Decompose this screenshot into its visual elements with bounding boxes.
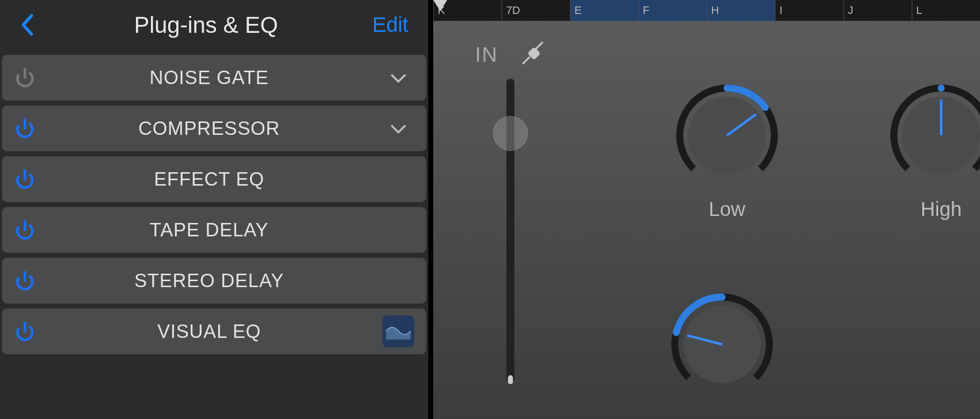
app-root: Plug-ins & EQ Edit NOISE GATE COMPRESSOR… [0, 0, 980, 419]
visual-eq-open-button[interactable] [382, 315, 414, 347]
power-button[interactable] [14, 219, 36, 241]
row-spacer [382, 163, 414, 195]
power-icon [14, 168, 36, 190]
power-button[interactable] [14, 117, 36, 139]
power-icon [14, 67, 36, 89]
low-knob[interactable] [672, 81, 782, 190]
slider-foot-cap [508, 375, 513, 384]
plugin-row-compressor[interactable]: COMPRESSOR [2, 105, 426, 151]
plugin-label: NOISE GATE [46, 67, 372, 89]
power-icon [14, 320, 36, 342]
drive-knob[interactable] [667, 290, 777, 399]
expand-button[interactable] [382, 62, 414, 94]
power-icon [14, 270, 36, 292]
plugin-label: TAPE DELAY [46, 219, 372, 241]
input-section: IN [463, 41, 558, 382]
plugin-row-stereo-delay[interactable]: STEREO DELAY [2, 258, 426, 304]
expand-button[interactable] [382, 112, 414, 144]
jack-plug-icon[interactable] [518, 41, 546, 69]
ruler-marker[interactable]: J [844, 0, 912, 21]
ruler-marker[interactable]: I [775, 0, 843, 21]
plugin-row-effect-eq[interactable]: EFFECT EQ [2, 156, 426, 202]
power-icon [14, 117, 36, 139]
power-button[interactable] [14, 67, 36, 89]
plugin-label: VISUAL EQ [46, 321, 372, 342]
row-spacer [382, 214, 414, 246]
knob-drive-group [652, 290, 792, 407]
power-icon [14, 219, 36, 241]
plugin-label: STEREO DELAY [46, 270, 372, 292]
timeline-ruler[interactable]: K7DEFHIJL [433, 0, 980, 21]
controls-area: IN Low [433, 21, 980, 419]
input-gain-slider[interactable] [506, 79, 514, 382]
ruler-marker[interactable]: 7D [501, 0, 570, 21]
playhead-icon[interactable] [433, 0, 447, 11]
plugin-row-tape-delay[interactable]: TAPE DELAY [2, 207, 426, 253]
panel-divider [428, 0, 433, 419]
power-button[interactable] [14, 270, 36, 292]
svg-rect-12 [528, 48, 539, 59]
power-button[interactable] [14, 320, 36, 342]
sidebar-header: Plug-ins & EQ Edit [0, 10, 428, 55]
ruler-marker[interactable]: E [570, 0, 638, 21]
row-spacer [382, 265, 414, 297]
chevron-down-icon [388, 118, 408, 138]
chevron-down-icon [388, 68, 408, 88]
chevron-left-icon [19, 12, 36, 38]
high-knob-label: High [871, 198, 980, 220]
sidebar: Plug-ins & EQ Edit NOISE GATE COMPRESSOR… [0, 0, 428, 419]
eq-curve-icon [382, 315, 414, 347]
knob-low-group: Low [657, 81, 797, 220]
plugin-label: EFFECT EQ [46, 169, 372, 190]
plugin-label: COMPRESSOR [46, 118, 372, 139]
back-button[interactable] [15, 10, 40, 40]
plugin-list: NOISE GATE COMPRESSOR EFFECT EQ TAPE DEL… [0, 55, 428, 354]
high-knob[interactable] [886, 81, 980, 190]
input-label: IN [475, 43, 498, 67]
plugin-row-noise-gate[interactable]: NOISE GATE [2, 55, 426, 101]
ruler-marker[interactable]: H [707, 0, 775, 21]
slider-thumb[interactable] [493, 116, 528, 151]
edit-button[interactable]: Edit [372, 13, 408, 37]
knob-high-group: High [871, 81, 980, 220]
plugin-row-visual-eq[interactable]: VISUAL EQ [2, 309, 426, 354]
sidebar-title: Plug-ins & EQ [40, 11, 372, 38]
ruler-marker[interactable]: L [912, 0, 980, 21]
power-button[interactable] [14, 168, 36, 190]
low-knob-label: Low [657, 198, 797, 220]
input-header: IN [475, 41, 546, 69]
ruler-marker[interactable]: F [638, 0, 707, 21]
main-panel: K7DEFHIJL IN [433, 0, 980, 419]
